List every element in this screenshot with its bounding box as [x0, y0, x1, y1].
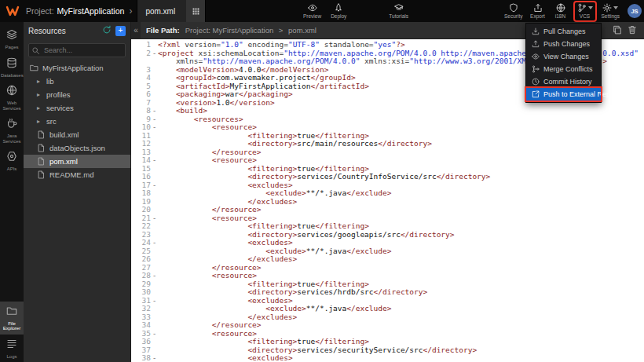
tree-folder-lib[interactable]: ▸lib: [24, 75, 130, 88]
tree-file-build-xml[interactable]: build.xml: [24, 128, 130, 141]
fold-marker[interactable]: -: [151, 330, 158, 338]
menu-item-view-changes[interactable]: View Changes: [526, 50, 601, 63]
copy-file-button[interactable]: [613, 24, 622, 38]
tree-folder-src[interactable]: ▸src: [24, 115, 130, 128]
sidebar-item-web-services[interactable]: Web Services: [0, 81, 24, 114]
search-input[interactable]: [28, 43, 126, 57]
security-button[interactable]: Security: [502, 0, 525, 22]
code-line: 38- <excludes>: [131, 354, 644, 362]
vcs-button[interactable]: VCS: [573, 1, 597, 22]
tab-pom-xml[interactable]: pom.xml: [137, 0, 206, 22]
gear-icon: [602, 3, 612, 13]
collapse-panel-button[interactable]: «: [131, 22, 141, 38]
sidebar-item-java-services[interactable]: Java Services: [0, 114, 24, 147]
sidebar-item-databases[interactable]: Databases: [0, 53, 24, 82]
preview-button[interactable]: Preview: [301, 0, 324, 22]
fold-marker[interactable]: -: [151, 49, 158, 66]
settings-button[interactable]: Settings: [599, 0, 623, 22]
fold-marker[interactable]: [151, 74, 158, 82]
menu-item-pull-changes[interactable]: Pull Changes: [526, 25, 601, 38]
fold-marker[interactable]: -: [151, 239, 158, 247]
fold-marker[interactable]: [151, 288, 158, 297]
fold-marker[interactable]: [151, 41, 158, 49]
export-button[interactable]: Export: [528, 0, 548, 22]
sidebar-item-apis[interactable]: APIs: [0, 147, 24, 175]
resources-header: Resources +: [24, 22, 130, 39]
menu-item-commit-history[interactable]: Commit History: [526, 75, 601, 88]
fold-marker[interactable]: [151, 165, 158, 174]
fold-marker[interactable]: [151, 313, 158, 322]
grid-icon[interactable]: [186, 0, 205, 22]
tree-file-dataobjects-json[interactable]: dataObjects.json: [24, 141, 130, 155]
filepath-project: Project: MyFirstApplication: [185, 26, 273, 35]
fold-marker[interactable]: [151, 321, 158, 330]
fold-marker[interactable]: -: [151, 214, 158, 223]
merge-icon: [532, 65, 540, 73]
fold-marker[interactable]: [151, 338, 158, 346]
fold-marker[interactable]: [151, 90, 158, 99]
gutter: 38-: [131, 354, 158, 362]
tree-file-readme-md[interactable]: README.md: [24, 168, 130, 181]
folder-icon: [30, 64, 38, 72]
export-icon: [533, 3, 543, 13]
sidebar-item-logs[interactable]: Logs: [0, 335, 24, 362]
preview-label: Preview: [303, 13, 321, 19]
tree-folder-myfirstapplication[interactable]: MyFirstApplication: [24, 61, 130, 75]
tree-file-pom-xml[interactable]: pom.xml: [24, 155, 130, 168]
fold-marker[interactable]: [151, 132, 158, 141]
fold-marker[interactable]: -: [151, 123, 158, 132]
menu-item-merge-conflicts[interactable]: Merge Conflicts: [526, 63, 601, 75]
tree-folder-services[interactable]: ▸services: [24, 101, 130, 115]
sidebar-item-pages[interactable]: Pages: [0, 25, 24, 53]
tutorials-button[interactable]: Tutorials: [386, 0, 411, 22]
fold-marker[interactable]: [151, 255, 158, 264]
add-resource-button[interactable]: +: [115, 26, 126, 36]
wavemaker-logo-icon[interactable]: [5, 4, 20, 18]
sidebar-item-file-explorer[interactable]: File Explorer: [0, 302, 24, 335]
resources-panel: Resources + MyFirstApplication▸lib▸profi…: [24, 22, 131, 362]
fold-marker[interactable]: -: [151, 297, 158, 305]
resources-title: Resources: [28, 27, 98, 35]
gutter: 2-: [131, 49, 158, 66]
gutter: 26: [131, 255, 158, 264]
shield-icon: [509, 3, 518, 13]
fold-marker[interactable]: [151, 305, 158, 313]
user-avatar[interactable]: JS: [628, 4, 642, 18]
fold-marker[interactable]: [151, 206, 158, 214]
refresh-button[interactable]: [102, 24, 112, 38]
branch-icon: [577, 3, 587, 13]
fold-marker[interactable]: -: [151, 272, 158, 280]
fold-marker[interactable]: [151, 198, 158, 207]
globe-icon: [556, 3, 565, 13]
menu-item-push-to-external-repo[interactable]: Push to External Repo: [526, 88, 601, 101]
gutter: 1: [131, 41, 158, 49]
database-icon: [6, 57, 17, 71]
fold-marker[interactable]: -: [151, 181, 158, 190]
fold-marker[interactable]: -: [151, 107, 158, 115]
fold-marker[interactable]: [151, 222, 158, 231]
fold-marker[interactable]: [151, 66, 158, 75]
fold-marker[interactable]: -: [151, 156, 158, 165]
fold-marker[interactable]: [151, 280, 158, 289]
deploy-button[interactable]: Deploy: [328, 0, 349, 22]
security-label: Security: [504, 13, 522, 19]
menu-item-push-changes[interactable]: Push Changes: [526, 38, 601, 50]
fold-marker[interactable]: [151, 189, 158, 198]
project-title: Project: MyFirstApplication: [26, 6, 124, 16]
search-box: [28, 42, 126, 57]
file-icon: [37, 170, 46, 179]
refresh-icon: [102, 24, 112, 38]
coffee-icon: [6, 118, 17, 132]
project-label: Project:: [26, 6, 54, 16]
pages-icon: [6, 29, 17, 43]
tree-folder-profiles[interactable]: ▸profiles: [24, 88, 130, 101]
file-icon: [37, 157, 46, 166]
fold-marker[interactable]: [151, 247, 158, 256]
fold-marker[interactable]: [151, 173, 158, 181]
i18n-button[interactable]: i18N: [551, 0, 571, 22]
fold-marker[interactable]: -: [151, 354, 158, 362]
delete-file-button[interactable]: [628, 24, 637, 38]
left-rail: PagesDatabasesWeb ServicesJava ServicesA…: [0, 22, 24, 362]
fold-marker[interactable]: [151, 140, 158, 148]
fold-marker[interactable]: [151, 82, 158, 91]
